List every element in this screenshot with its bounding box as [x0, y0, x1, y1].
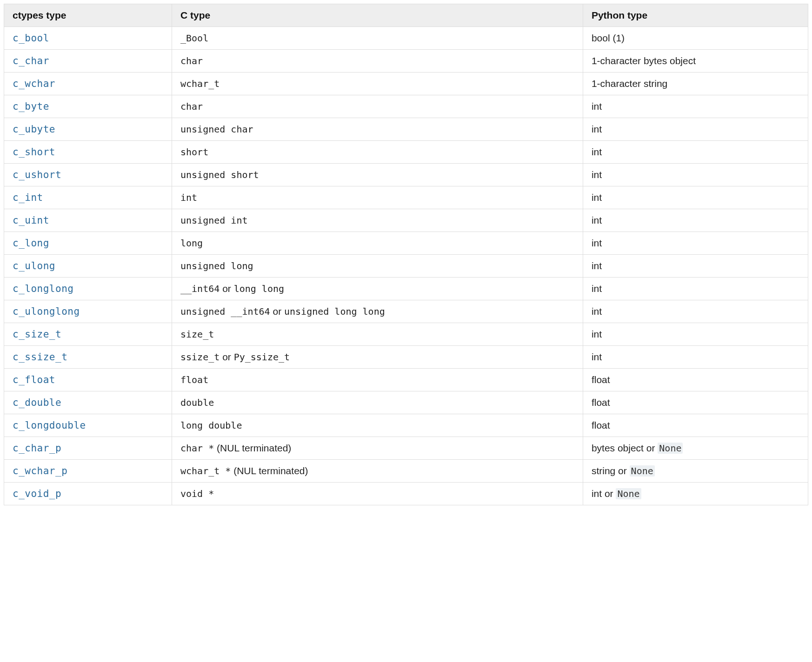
code-span: long: [180, 238, 203, 249]
ctypes-link-c_longdouble[interactable]: c_longdouble: [13, 420, 86, 431]
text-span: 1-character string: [592, 78, 667, 89]
code-span: unsigned short: [180, 169, 259, 180]
code-span: wchar_t: [180, 78, 220, 89]
cell-python-type: 1-character bytes object: [583, 50, 808, 73]
cell-python-type: int: [583, 164, 808, 186]
table-row: c_longlongint: [4, 232, 808, 255]
ctypes-link-c_float[interactable]: c_float: [13, 374, 55, 385]
code-span: double: [180, 397, 214, 408]
col-header-ctype: C type: [172, 4, 583, 27]
cell-ctypes-type: c_long: [4, 232, 172, 255]
ctypes-link-c_bool[interactable]: c_bool: [13, 33, 49, 44]
text-span: string or: [592, 465, 630, 476]
ctypes-link-c_uint[interactable]: c_uint: [13, 215, 49, 226]
ctypes-link-c_int[interactable]: c_int: [13, 192, 43, 203]
ctypes-link-c_byte[interactable]: c_byte: [13, 101, 49, 112]
text-span: int: [592, 146, 602, 157]
cell-ctypes-type: c_float: [4, 369, 172, 391]
ctypes-link-c_double[interactable]: c_double: [13, 397, 61, 408]
cell-c-type: void *: [172, 483, 583, 505]
cell-python-type: int: [583, 209, 808, 232]
table-row: c_longlong__int64 or long longint: [4, 278, 808, 300]
literal-span: None: [630, 465, 655, 477]
table-row: c_uintunsigned intint: [4, 209, 808, 232]
cell-ctypes-type: c_void_p: [4, 483, 172, 505]
table-row: c_wcharwchar_t1-character string: [4, 73, 808, 95]
table-row: c_ulonglongunsigned __int64 or unsigned …: [4, 300, 808, 323]
code-span: unsigned long: [180, 260, 253, 271]
cell-c-type: __int64 or long long: [172, 278, 583, 300]
cell-ctypes-type: c_longdouble: [4, 414, 172, 437]
text-span: bytes object or: [592, 443, 658, 453]
code-span: size_t: [180, 329, 214, 340]
cell-python-type: float: [583, 369, 808, 391]
table-row: c_bool_Boolbool (1): [4, 27, 808, 50]
table-row: c_charchar1-character bytes object: [4, 50, 808, 73]
text-span: int: [592, 169, 602, 180]
ctypes-link-c_longlong[interactable]: c_longlong: [13, 283, 73, 294]
table-row: c_void_pvoid *int or None: [4, 483, 808, 505]
ctypes-link-c_char_p[interactable]: c_char_p: [13, 443, 61, 454]
cell-python-type: 1-character string: [583, 73, 808, 95]
ctypes-link-c_ulong[interactable]: c_ulong: [13, 260, 55, 271]
text-span: int: [592, 238, 602, 248]
text-span: int: [592, 306, 602, 317]
ctypes-link-c_size_t[interactable]: c_size_t: [13, 329, 61, 340]
ctypes-link-c_char[interactable]: c_char: [13, 55, 49, 66]
cell-python-type: int: [583, 232, 808, 255]
cell-python-type: float: [583, 414, 808, 437]
cell-c-type: ssize_t or Py_ssize_t: [172, 346, 583, 369]
text-span: bool (1): [592, 33, 625, 43]
literal-span: None: [658, 443, 683, 454]
text-span: int or: [592, 488, 616, 499]
ctypes-link-c_ssize_t[interactable]: c_ssize_t: [13, 351, 67, 363]
text-span: (NUL terminated): [214, 443, 291, 453]
ctypes-link-c_wchar[interactable]: c_wchar: [13, 78, 55, 89]
code-span: int: [180, 192, 197, 203]
cell-python-type: int or None: [583, 483, 808, 505]
ctypes-link-c_ulonglong[interactable]: c_ulonglong: [13, 306, 80, 317]
cell-python-type: string or None: [583, 460, 808, 483]
ctypes-link-c_short[interactable]: c_short: [13, 146, 55, 158]
code-span: __int64: [180, 283, 220, 294]
code-span: ssize_t: [180, 351, 220, 363]
ctypes-link-c_ubyte[interactable]: c_ubyte: [13, 124, 55, 135]
cell-python-type: int: [583, 278, 808, 300]
table-row: c_size_tsize_tint: [4, 323, 808, 346]
cell-c-type: char * (NUL terminated): [172, 437, 583, 460]
cell-ctypes-type: c_char_p: [4, 437, 172, 460]
table-row: c_intintint: [4, 186, 808, 209]
cell-python-type: int: [583, 118, 808, 141]
cell-c-type: unsigned short: [172, 164, 583, 186]
cell-c-type: char: [172, 95, 583, 118]
code-span: unsigned long long: [284, 306, 385, 317]
ctypes-link-c_wchar_p[interactable]: c_wchar_p: [13, 465, 67, 477]
text-span: int: [592, 260, 602, 271]
table-row: c_doubledoublefloat: [4, 391, 808, 414]
cell-ctypes-type: c_short: [4, 141, 172, 164]
table-row: c_longdoublelong doublefloat: [4, 414, 808, 437]
cell-ctypes-type: c_char: [4, 50, 172, 73]
cell-c-type: long double: [172, 414, 583, 437]
code-span: short: [180, 146, 208, 158]
cell-c-type: long: [172, 232, 583, 255]
cell-ctypes-type: c_longlong: [4, 278, 172, 300]
code-span: char: [180, 101, 203, 112]
table-row: c_ubyteunsigned charint: [4, 118, 808, 141]
literal-span: None: [616, 488, 641, 499]
cell-c-type: unsigned char: [172, 118, 583, 141]
cell-python-type: int: [583, 346, 808, 369]
code-span: unsigned __int64: [180, 306, 270, 317]
cell-python-type: bytes object or None: [583, 437, 808, 460]
text-span: float: [592, 397, 610, 408]
ctypes-link-c_void_p[interactable]: c_void_p: [13, 488, 61, 499]
text-span: int: [592, 351, 602, 362]
cell-c-type: wchar_t: [172, 73, 583, 95]
text-span: int: [592, 192, 602, 203]
ctypes-link-c_long[interactable]: c_long: [13, 238, 49, 249]
cell-c-type: float: [172, 369, 583, 391]
col-header-python: Python type: [583, 4, 808, 27]
cell-ctypes-type: c_uint: [4, 209, 172, 232]
ctypes-link-c_ushort[interactable]: c_ushort: [13, 169, 61, 180]
cell-c-type: unsigned int: [172, 209, 583, 232]
